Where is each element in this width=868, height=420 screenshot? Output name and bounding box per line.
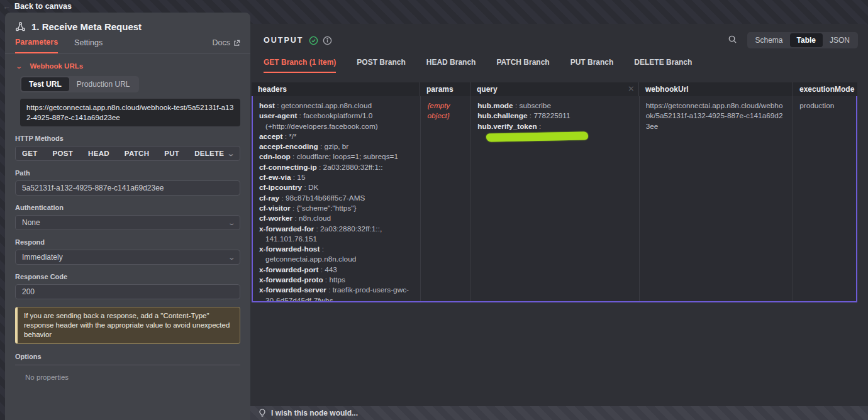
kv-entry: host : getconnectai.app.n8n.cloud <box>259 101 414 111</box>
node-header: 1. Receive Meta Request <box>5 13 250 32</box>
url-mode-toggle: Test URL Production URL <box>20 76 139 92</box>
kv-entry: x-forwarded-port : 443 <box>259 265 414 275</box>
http-methods-select[interactable]: GET POST HEAD PATCH PUT DELETE ⌄ <box>15 146 240 161</box>
column-header-query[interactable]: query ⤫ <box>470 82 639 96</box>
cell-params: {empty object} <box>421 96 471 301</box>
column-header-webhookurl[interactable]: webhookUrl <box>639 82 793 96</box>
view-mode-table[interactable]: Table <box>790 33 823 47</box>
column-header-headers[interactable]: headers <box>252 82 420 96</box>
content-type-notice: If you are sending back a response, add … <box>15 307 240 344</box>
cell-headers: host : getconnectai.app.n8n.clouduser-ag… <box>253 96 421 301</box>
node-title: 1. Receive Meta Request <box>31 21 142 32</box>
cell-query: hub.mode : subscribehub.challenge : 7782… <box>471 96 639 301</box>
view-mode-json[interactable]: JSON <box>823 33 857 47</box>
docs-link[interactable]: Docs <box>213 38 240 53</box>
feedback-text: I wish this node would... <box>271 409 358 417</box>
kv-entry: cf-worker : n8n.cloud <box>259 213 414 223</box>
empty-object-text: {empty object} <box>427 101 450 120</box>
options-label: Options <box>15 353 240 365</box>
table-header-row: headers params query ⤫ webhookUrl execut… <box>252 82 857 96</box>
kv-entry: hub.challenge : 778225911 <box>477 111 632 121</box>
respond-label: Respond <box>15 238 240 246</box>
webhook-node-icon <box>15 21 26 32</box>
feedback-bar[interactable]: I wish this node would... <box>250 406 868 420</box>
options-empty-text: No properties <box>25 373 240 381</box>
parameters-body: ⌄ Webhook URLs Test URL Production URL h… <box>5 53 250 420</box>
kv-entry: x-forwarded-for : 2a03:2880:32ff:1::, 14… <box>259 224 414 245</box>
tab-put-branch[interactable]: PUT Branch <box>570 58 614 73</box>
column-header-params[interactable]: params <box>420 82 470 96</box>
kv-entry: x-forwarded-proto : https <box>259 275 414 285</box>
kv-entry: cf-connecting-ip : 2a03:2880:32ff:1:: <box>259 162 414 172</box>
http-methods-label: HTTP Methods <box>15 135 240 142</box>
lightbulb-icon <box>259 409 266 417</box>
kv-entry: x-forwarded-server : traefik-prod-users-… <box>259 285 414 301</box>
kv-entry: accept : */* <box>259 131 414 141</box>
branch-tabs: GET Branch (1 item) POST Branch HEAD Bra… <box>250 58 868 73</box>
column-header-executionmode[interactable]: executionMode <box>793 82 856 96</box>
tab-parameters[interactable]: Parameters <box>15 38 58 53</box>
chevron-down-icon: ⌄ <box>227 150 235 157</box>
column-collapse-icon[interactable]: ⤫ <box>629 86 633 92</box>
tab-patch-branch[interactable]: PATCH Branch <box>496 58 549 73</box>
success-check-icon <box>309 36 318 45</box>
kv-entry: hub.mode : subscribe <box>477 101 632 111</box>
response-code-input[interactable]: 200 <box>15 284 240 299</box>
output-title: OUTPUT <box>264 36 303 45</box>
tab-get-branch[interactable]: GET Branch (1 item) <box>264 58 336 73</box>
chevron-down-icon: ⌄ <box>228 219 236 226</box>
search-icon[interactable] <box>728 35 737 46</box>
chevron-down-icon: ⌄ <box>228 254 236 261</box>
response-code-label: Response Code <box>15 273 240 280</box>
kv-entry: x-forwarded-host : getconnectai.app.n8n.… <box>259 244 414 265</box>
path-label: Path <box>15 169 240 177</box>
cell-webhookurl: https://getconnectai.app.n8n.cloud/webho… <box>640 96 793 301</box>
output-panel: OUTPUT Schema Table JSON GET Bra <box>250 24 868 406</box>
kv-entry: cf-ipcountry : DK <box>259 182 414 192</box>
cell-executionmode: production <box>793 96 856 301</box>
output-table: headers params query ⤫ webhookUrl execut… <box>252 82 857 302</box>
kv-entry: user-agent : facebookplatform/1.0 (+http… <box>259 111 414 131</box>
kv-entry: accept-encoding : gzip, br <box>259 141 414 152</box>
kv-entry: cf-visitor : {"scheme":"https"} <box>259 203 414 213</box>
kv-entry: cf-ew-via : 15 <box>259 172 414 182</box>
webhook-urls-title: Webhook URLs <box>30 62 83 70</box>
redaction-scribble <box>486 132 588 142</box>
tab-head-branch[interactable]: HEAD Branch <box>426 58 476 73</box>
ndv-tab-bar: Parameters Settings Docs <box>5 38 250 53</box>
webhook-urls-section-header[interactable]: ⌄ Webhook URLs <box>16 62 240 70</box>
node-settings-panel: 1. Receive Meta Request Parameters Setti… <box>5 13 250 420</box>
back-to-canvas-label: Back to canvas <box>14 2 72 11</box>
chevron-down-icon: ⌄ <box>15 63 23 70</box>
tab-settings[interactable]: Settings <box>74 38 103 53</box>
info-icon[interactable] <box>323 36 332 45</box>
authentication-label: Authentication <box>15 204 240 211</box>
webhook-test-url[interactable]: https://getconnectai.app.n8n.cloud/webho… <box>20 99 240 126</box>
back-to-canvas[interactable]: ← Back to canvas <box>0 0 72 13</box>
authentication-select[interactable]: None ⌄ <box>15 215 240 230</box>
back-arrow-icon: ← <box>3 2 11 11</box>
path-input[interactable]: 5a52131f-a132-4925-887e-c141a69d23ee <box>15 180 240 196</box>
test-url-button[interactable]: Test URL <box>21 77 69 91</box>
production-url-button[interactable]: Production URL <box>69 77 138 91</box>
tab-delete-branch[interactable]: DELETE Branch <box>634 58 692 73</box>
kv-entry: cdn-loop : cloudflare; loops=1; subreqs=… <box>259 152 414 162</box>
view-mode-schema[interactable]: Schema <box>748 33 790 47</box>
kv-entry: hub.verify_token : <box>477 121 632 142</box>
tab-post-branch[interactable]: POST Branch <box>357 58 405 73</box>
kv-entry: cf-ray : 98c87b14b66ff5c7-AMS <box>259 193 414 203</box>
view-mode-toggle: Schema Table JSON <box>747 32 859 48</box>
respond-select[interactable]: Immediately ⌄ <box>15 250 240 265</box>
external-link-icon <box>233 40 240 47</box>
table-row[interactable]: host : getconnectai.app.n8n.clouduser-ag… <box>252 96 857 302</box>
